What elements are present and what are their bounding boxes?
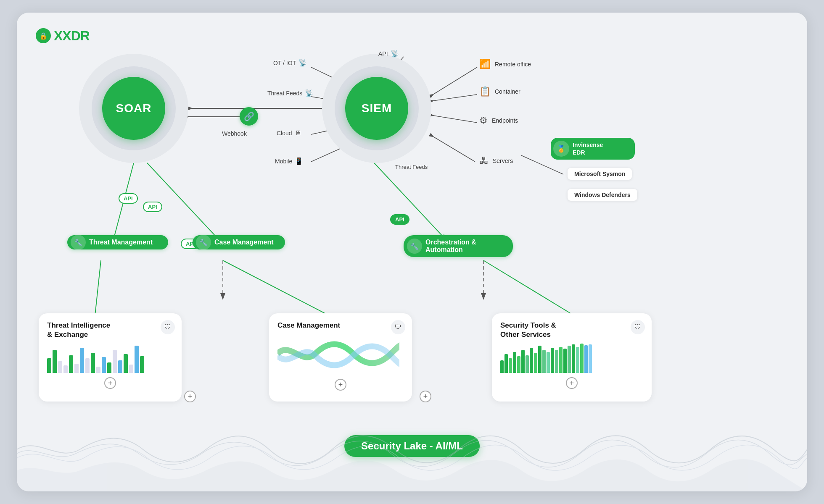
remote-office-item: 📶 Remote office (479, 59, 531, 70)
case-mgmt-shield-icon: 🛡 (391, 320, 405, 334)
bar (102, 357, 106, 373)
bar (572, 344, 575, 373)
api-top-icon: 📡 (391, 50, 399, 58)
mobile-icon: 📱 (295, 157, 303, 165)
threat-management-text: Threat Management (89, 239, 153, 246)
edr-badge[interactable]: 🏅 Invinsense EDR (551, 138, 635, 160)
remote-office-text: Remote office (495, 61, 531, 68)
soar-node[interactable]: SOAR (102, 77, 165, 140)
edr-line1: Invinsense (573, 142, 603, 148)
orchestration-text: Orchestration & Automation (425, 239, 476, 254)
webhook-text: Webhook (222, 130, 247, 137)
webhook-node[interactable]: 🔗 (240, 107, 258, 126)
plus-btn-2[interactable]: + (184, 391, 196, 402)
security-tools-chart (500, 344, 643, 373)
svg-line-10 (433, 136, 475, 162)
svg-text:🔒: 🔒 (39, 32, 48, 40)
bar (80, 348, 84, 373)
svg-line-18 (483, 260, 580, 319)
threat-feeds-top-label: Threat Feeds 📡 (267, 89, 313, 97)
logo-brand-xdr: XDR (62, 28, 90, 43)
servers-item: 🖧 Servers (479, 155, 513, 166)
threat-intel-shield-icon: 🛡 (161, 320, 175, 334)
bar (85, 358, 90, 373)
svg-line-7 (433, 67, 477, 94)
threat-feeds-top-icon: 📡 (305, 89, 313, 97)
edr-line2: EDR (573, 149, 585, 156)
threat-management-icon: 🔧 (71, 235, 86, 250)
servers-icon: 🖧 (479, 155, 489, 166)
svg-line-14 (95, 260, 101, 319)
api-badge-4-text: API (395, 216, 404, 223)
bar (91, 353, 95, 373)
threat-intel-plus[interactable]: + (104, 377, 116, 389)
bar (69, 355, 73, 373)
case-mgmt-card-title-text: Case Management (277, 321, 340, 329)
bar (559, 347, 563, 373)
bar (576, 347, 579, 373)
mobile-text: Mobile (275, 158, 292, 165)
svg-line-12 (147, 163, 219, 239)
cloud-text: Cloud (277, 130, 292, 136)
case-mgmt-plus[interactable]: + (335, 379, 346, 391)
threat-intel-title-text: Threat Intelligence& Exchange (47, 321, 110, 339)
webhook-label: Webhook (222, 130, 247, 137)
bar (140, 356, 144, 373)
remote-office-icon: 📶 (479, 59, 491, 70)
edr-text: Invinsense EDR (573, 141, 603, 156)
api-badge-4: API (390, 214, 409, 225)
bar (74, 364, 79, 373)
cloud-icon: 🖥 (295, 129, 301, 137)
security-tools-title-text: Security Tools &Other Services (500, 321, 556, 339)
siem-node[interactable]: SIEM (345, 77, 408, 140)
security-tools-card: Security Tools &Other Services 🛡 (492, 313, 652, 402)
bar (517, 356, 520, 373)
endpoints-item: ⚙ Endpoints (479, 115, 518, 126)
bar (63, 365, 68, 373)
bar (113, 350, 117, 373)
bar (47, 358, 51, 373)
orchestration-icon: 🔧 (407, 239, 422, 254)
api-top-text: API (378, 50, 388, 57)
api-badge-1-text: API (124, 195, 133, 202)
bar (129, 365, 133, 373)
bar (509, 358, 512, 373)
servers-text: Servers (493, 158, 513, 164)
logo-text: XXDR (54, 28, 90, 44)
bar (538, 346, 541, 373)
cloud-label: Cloud 🖥 (277, 129, 301, 137)
plus-btn-3[interactable]: + (420, 391, 431, 402)
endpoints-icon: ⚙ (479, 115, 488, 126)
svg-line-17 (223, 260, 336, 319)
edr-icon: 🏅 (553, 141, 569, 157)
orchestration-pill[interactable]: 🔧 Orchestration & Automation (404, 235, 513, 257)
case-management-text: Case Management (214, 239, 274, 246)
bar (530, 348, 533, 373)
security-tools-shield-icon: 🛡 (631, 320, 645, 334)
case-mgmt-card-title: Case Management (277, 321, 404, 330)
threat-intel-card: Threat Intelligence& Exchange 🛡 + (39, 313, 182, 402)
microsoft-sysmon-text: Microsoft Sysmon (574, 171, 625, 177)
threat-feeds-bottom-text: Threat Feeds (395, 164, 428, 170)
main-card: 🔒 XXDR SOAR SIEM 🔗 Webhook OT / IOT 📡 Th… (17, 13, 807, 491)
svg-line-8 (433, 94, 477, 101)
security-tools-plus[interactable]: + (566, 377, 578, 389)
windows-defenders-item: Windows Defenders (568, 189, 637, 201)
bar (96, 367, 100, 373)
logo-brand-x: X (54, 28, 62, 43)
threat-feeds-bottom-label: Threat Feeds (395, 164, 428, 170)
case-management-pill[interactable]: 🔧 Case Management (193, 235, 285, 249)
svg-line-9 (433, 116, 477, 123)
api-badge-1: API (119, 193, 138, 204)
bar (135, 346, 139, 373)
case-mgmt-card: Case Management 🛡 + (269, 313, 412, 402)
bar (107, 362, 111, 373)
bar (124, 354, 128, 373)
microsoft-sysmon-item: Microsoft Sysmon (568, 168, 632, 180)
container-item: 📋 Container (479, 86, 520, 97)
bar (500, 360, 504, 373)
threat-management-pill[interactable]: 🔧 Threat Management (67, 235, 168, 249)
api-badge-2-text: API (148, 204, 157, 210)
security-tools-title: Security Tools &Other Services (500, 321, 643, 339)
case-management-icon: 🔧 (196, 235, 211, 250)
